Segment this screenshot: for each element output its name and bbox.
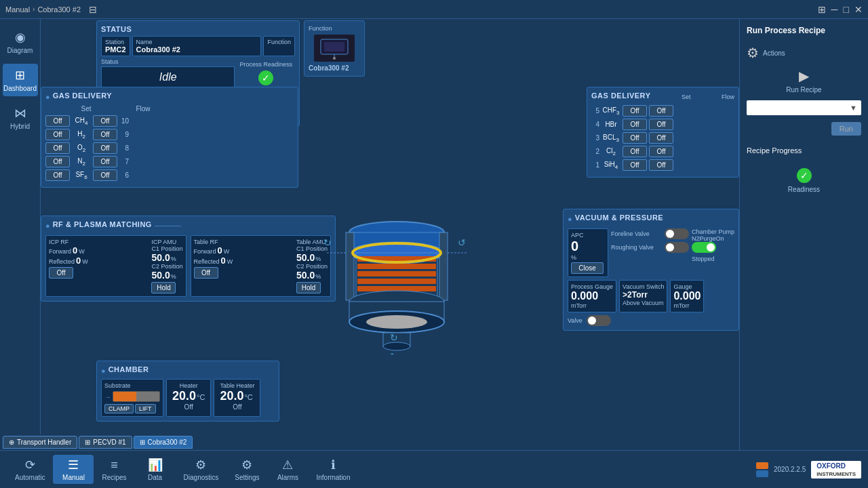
nav-automatic[interactable]: ⟳ Automatic: [7, 455, 53, 484]
set-label: Set: [73, 105, 100, 113]
icp-reflected-val: 0: [76, 256, 81, 266]
icp-rf-off-btn[interactable]: Off: [49, 267, 73, 279]
process-gauge-val: 0.000: [571, 290, 613, 302]
chamber-title: Chamber: [108, 365, 149, 373]
gas-left-row-1: Off H2 Off 9: [45, 129, 294, 140]
rf-connector: ●: [45, 222, 50, 230]
gas-right-name-0: CHF3: [601, 106, 620, 116]
nav-alarms[interactable]: ⚠ Alarms: [267, 455, 308, 484]
gas-left-flow-0[interactable]: Off: [93, 115, 117, 127]
foreline-toggle[interactable]: [665, 228, 689, 239]
gas-left-box: ● Gas Delivery Set Flow Off CH4 Off 10 O…: [41, 87, 298, 188]
nav-information[interactable]: ℹ Information: [308, 455, 358, 484]
table-rf-label: Table RF: [194, 239, 233, 245]
gas-left-name-4: SF6: [72, 171, 91, 180]
gas-left-flow-1[interactable]: Off: [93, 129, 117, 140]
chamber-box: ● Chamber Substrate → CLAMP LIFT: [96, 361, 279, 422]
run-button[interactable]: Run: [831, 122, 861, 136]
gauge-section: Gauge 0.000 mTorr: [670, 280, 704, 312]
gas-right-row-4: 1 SiH4 Off Off: [591, 159, 734, 171]
lift-button[interactable]: LIFT: [135, 404, 156, 413]
gas-right-flow-0[interactable]: Off: [649, 105, 673, 117]
gas-right-set-3[interactable]: Off: [623, 146, 647, 157]
oxford-logo: OXFORDINSTRUMENTS: [811, 461, 861, 479]
process-gauge-unit: mTorr: [571, 302, 613, 309]
table-reflected-label: Reflected: [194, 258, 220, 265]
sidebar-label-diagram: Diagram: [7, 47, 33, 54]
gas-right-flow-2[interactable]: Off: [649, 132, 673, 144]
actions-icon[interactable]: ⚙: [747, 45, 759, 61]
window-icon: ⊟: [89, 4, 97, 15]
status-title: Status: [101, 25, 295, 33]
indicator-top: [756, 462, 768, 469]
gas-left-set-2[interactable]: Off: [45, 142, 70, 154]
table-rf-group: Table RF Forward 0 W Reflected 0 W: [194, 239, 233, 279]
roughing-toggle[interactable]: [665, 242, 689, 253]
process-gauge-section: Process Gauge 0.000 mTorr: [568, 280, 616, 312]
vacuum-box: ● Vacuum & Pressure APC 0 % Close Foreli…: [563, 209, 739, 331]
table-c1-unit: %: [315, 256, 321, 262]
clamp-button[interactable]: CLAMP: [104, 404, 134, 413]
valve-toggle[interactable]: [587, 315, 611, 326]
substrate-bar: [113, 391, 160, 402]
right-panel: Run Process Recipe ⚙ Actions ▶ Run Recip…: [739, 19, 868, 450]
maximize-icon[interactable]: □: [844, 4, 849, 15]
gas-left-set-3[interactable]: Off: [45, 156, 70, 167]
breadcrumb-manual[interactable]: Manual: [5, 5, 30, 14]
gas-right-set-2[interactable]: Off: [623, 132, 647, 144]
nav-diagnostics[interactable]: ⚙ Diagnostics: [176, 455, 227, 484]
gas-left-flow-4[interactable]: Off: [93, 169, 117, 181]
table-rf-section: Table RF Forward 0 W Reflected 0 W: [191, 235, 332, 297]
nav-settings[interactable]: ⚙ Settings: [226, 455, 267, 484]
sidebar-item-diagram[interactable]: ◉ Diagram: [3, 26, 38, 58]
gas-left-name-2: O2: [72, 144, 91, 153]
station-label: Station: [105, 39, 126, 45]
minimize-icon[interactable]: ─: [831, 4, 838, 15]
sidebar-item-hybrid[interactable]: ⋈ Hybrid: [3, 102, 38, 134]
automatic-icon: ⟳: [25, 458, 35, 472]
gas-right-flow-1[interactable]: Off: [649, 119, 673, 130]
sidebar-item-dashboard[interactable]: ⊞ Dashboard: [3, 64, 38, 96]
nav-recipes[interactable]: ≡ Recipes: [94, 455, 134, 484]
gas-right-flow-3[interactable]: Off: [649, 146, 673, 157]
name-label: Name: [136, 39, 258, 45]
gas-left-set-4[interactable]: Off: [45, 169, 70, 181]
nav-data[interactable]: 📊 Data: [135, 455, 176, 484]
n2-purge-toggle[interactable]: [692, 242, 716, 253]
gas-left-set-1[interactable]: Off: [45, 129, 70, 140]
gas-right-set-4[interactable]: Off: [623, 159, 647, 171]
nav-manual[interactable]: ☰ Manual: [53, 455, 94, 484]
apc-close-btn[interactable]: Close: [571, 262, 604, 274]
table-amu-hold-btn[interactable]: Hold: [296, 282, 321, 293]
gas-left-flow-3[interactable]: Off: [93, 156, 117, 167]
status-field-label: Status: [101, 58, 235, 65]
recipe-dropdown[interactable]: ▼: [747, 100, 861, 115]
process-gauge-label: Process Gauge: [571, 283, 613, 290]
close-icon[interactable]: ✕: [854, 4, 863, 15]
icp-reflected-unit: W: [82, 258, 88, 265]
device-tab-pecvd[interactable]: ⊞ PECVD #1: [79, 436, 132, 449]
gas-right-set-1[interactable]: Off: [623, 119, 647, 130]
data-label: Data: [148, 474, 162, 481]
run-recipe-icon[interactable]: ▶: [799, 68, 809, 84]
gas-right-set-0[interactable]: Off: [623, 105, 647, 117]
readiness-check-icon: ✓: [797, 168, 812, 183]
gas-left-set-0[interactable]: Off: [45, 115, 70, 127]
device-tab-transport[interactable]: ⊕ Transport Handler: [3, 436, 77, 449]
icp-amu-hold-btn[interactable]: Hold: [151, 282, 176, 293]
transport-label: Transport Handler: [17, 439, 71, 446]
breadcrumb-cobra[interactable]: Cobra300 #2: [37, 5, 81, 14]
gauge-unit: mTorr: [673, 302, 701, 309]
window-grid-icon[interactable]: ⊞: [818, 4, 826, 15]
vacuum-panel: ● Vacuum & Pressure APC 0 % Close Foreli…: [563, 209, 739, 331]
gas-right-flow-4[interactable]: Off: [649, 159, 673, 171]
device-tab-cobra[interactable]: ⊞ Cobra300 #2: [134, 436, 193, 449]
c2-pos-unit: %: [171, 273, 176, 280]
table-rf-off-btn[interactable]: Off: [194, 267, 218, 279]
transport-icon: ⊕: [9, 439, 14, 446]
c1-pos-val: 50.0: [151, 252, 170, 263]
gas-left-num-2: 8: [119, 144, 129, 152]
chamber-connector: ●: [101, 367, 106, 375]
vacuum-switch-val: >2Torr: [623, 290, 664, 300]
gas-left-flow-2[interactable]: Off: [93, 142, 117, 154]
